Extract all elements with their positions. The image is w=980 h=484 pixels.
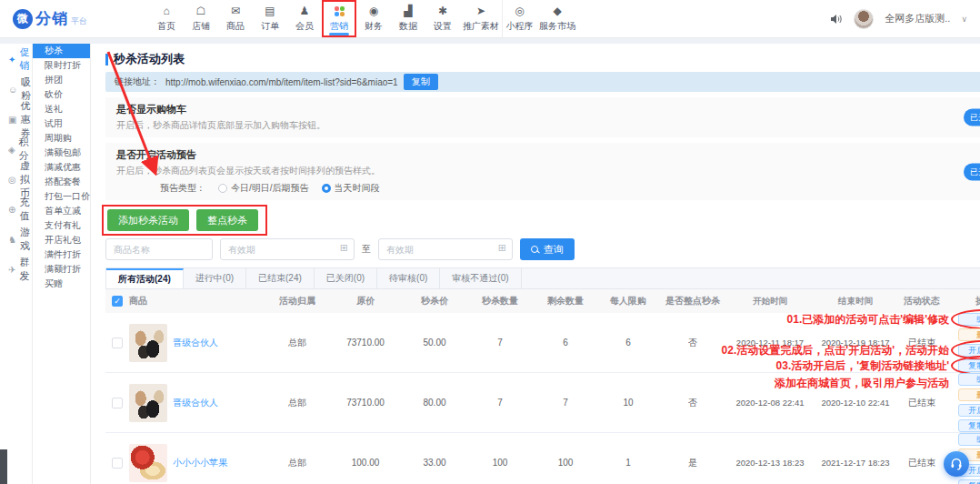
radio-circle-icon: [322, 184, 331, 193]
tab-all-activities[interactable]: 所有活动(24): [106, 268, 184, 288]
nav-item-data[interactable]: ▟ 数据: [391, 0, 425, 37]
promotion-icon: ✦: [8, 55, 15, 65]
sidebar-item-fans[interactable]: ☺吸粉: [0, 79, 32, 99]
search-button[interactable]: 查询: [520, 238, 575, 260]
nav-item-member[interactable]: ♟ 会员: [287, 0, 322, 37]
row-checkbox[interactable]: [112, 398, 123, 408]
edit-button[interactable]: 编辑: [958, 373, 980, 386]
sidebar-item-points[interactable]: ◈积分: [0, 139, 32, 159]
tab-review-failed[interactable]: 审核不通过(0): [440, 268, 521, 288]
marketing-grid-icon: [335, 5, 345, 17]
coupon-icon: ▣: [8, 115, 16, 125]
submenu-free-shipping[interactable]: 满额包邮: [33, 146, 90, 160]
submenu-bargain[interactable]: 砍价: [33, 87, 90, 102]
logo-badge: 微: [13, 9, 33, 29]
nav-item-service-market[interactable]: ◆ 服务市场: [536, 0, 578, 37]
add-seckill-button[interactable]: 添加秒杀活动: [107, 209, 189, 231]
product-name-link[interactable]: 晋级合伙人: [173, 397, 218, 409]
virtual-coin-icon: ◎: [8, 175, 16, 185]
app-logo: 微 分销 平台: [13, 8, 149, 29]
date-range-separator: 至: [362, 243, 371, 256]
cart-setting-desc: 开启后，秒杀商品详情页底部显示加入购物车按钮。: [116, 119, 980, 132]
submenu-full-discount[interactable]: 满减优惠: [33, 160, 90, 175]
submenu-amount-discount[interactable]: 满额打折: [33, 262, 90, 277]
nav-item-promo-material[interactable]: ➤ 推广素材: [460, 0, 502, 37]
product-name-input[interactable]: [105, 238, 213, 260]
copy-link-button[interactable]: 复制: [404, 74, 438, 90]
edit-button[interactable]: 编辑: [958, 313, 980, 326]
submenu-seckill[interactable]: 秒杀: [33, 44, 90, 58]
notice-toggle[interactable]: 已开启: [964, 163, 980, 180]
delete-button[interactable]: 删除: [958, 328, 980, 341]
submenu-cycle-buy[interactable]: 周期购: [33, 131, 90, 146]
logo-subtitle: 平台: [71, 15, 87, 27]
link-url: http://mob.wifenxiao.com/mb/item/item-li…: [165, 77, 398, 87]
nav-item-order[interactable]: ▤ 订单: [253, 0, 287, 37]
tab-ended[interactable]: 已结束(24): [246, 268, 315, 288]
row-checkbox[interactable]: [112, 458, 123, 469]
search-icon: [531, 246, 539, 254]
nav-item-store[interactable]: ☖ 店铺: [184, 0, 218, 37]
submenu-buy-gift[interactable]: 买赠: [33, 277, 90, 291]
speaker-icon[interactable]: [830, 14, 843, 25]
start-date-input[interactable]: [220, 238, 355, 260]
submenu-group-buy[interactable]: 拼团: [33, 73, 90, 87]
annotation-note-2: 02.活动设置完成后，点击'开启活动'，活动开始: [722, 343, 949, 358]
copy-link-button[interactable]: 复制链接: [958, 359, 980, 372]
annotation-note-3: 03.活动开启后，'复制活动链接地址'添加在商城首页，吸引用户参与活动: [775, 358, 949, 392]
status-badge: 已结束: [898, 457, 945, 469]
row-checkbox[interactable]: [112, 338, 123, 348]
nav-item-marketing-active[interactable]: 营销: [322, 0, 356, 37]
cart-toggle[interactable]: 已开启: [964, 109, 980, 126]
sidebar-item-game[interactable]: ♞游戏: [0, 229, 32, 249]
nav-item-home[interactable]: ⌂ 首页: [149, 0, 184, 37]
edit-button[interactable]: 编辑: [958, 433, 980, 446]
notice-setting-card: 是否开启活动预告 开启后，秒杀商品列表页会显示按天或者按时间排列的预告样式。 预…: [105, 143, 980, 200]
select-all-checkbox[interactable]: ✓: [112, 296, 123, 307]
hourly-seckill-button[interactable]: 整点秒杀: [196, 209, 258, 231]
copy-link-button[interactable]: 复制链接: [958, 419, 980, 432]
submenu-combo[interactable]: 搭配套餐: [33, 175, 90, 189]
tab-pending-review[interactable]: 待审核(0): [377, 268, 440, 288]
sidebar-item-coupon[interactable]: ▣优惠券: [0, 109, 32, 129]
end-date-input[interactable]: [378, 238, 513, 260]
nav-item-miniapp[interactable]: ◎ 小程序: [502, 0, 536, 37]
notice-setting-desc: 开启后，秒杀商品列表页会显示按天或者按时间排列的预告样式。: [116, 165, 980, 177]
tab-in-progress[interactable]: 进行中(0): [184, 268, 246, 288]
main-nav: ⌂ 首页 ☖ 店铺 ✉ 商品 ▤ 订单 ♟ 会员 营销: [149, 0, 578, 37]
submenu-pay-gift[interactable]: 支付有礼: [33, 218, 90, 233]
submenu-store-gift[interactable]: 开店礼包: [33, 233, 90, 247]
sidebar-item-mass-send[interactable]: ✈群发: [0, 259, 32, 279]
nav-item-finance[interactable]: ◉ 财务: [356, 0, 391, 37]
radio-circle-icon: [218, 184, 227, 193]
radio-today-tomorrow[interactable]: 今日/明日/后期预告: [218, 182, 309, 195]
delete-button[interactable]: 删除: [958, 388, 980, 401]
chevron-down-icon[interactable]: ∨: [961, 15, 967, 24]
product-name-link[interactable]: 小小小小苹果: [173, 457, 227, 469]
sidebar-item-recharge[interactable]: ⊕充值: [0, 199, 32, 219]
nav-item-settings[interactable]: ✱ 设置: [425, 0, 460, 37]
active-tab-underline: [329, 33, 349, 35]
user-name[interactable]: 全网多店版测..: [885, 12, 950, 25]
submenu-trial[interactable]: 试用: [33, 116, 90, 131]
user-avatar[interactable]: [854, 9, 874, 29]
radio-same-day[interactable]: 当天时间段: [322, 182, 380, 195]
topbar-right: 全网多店版测.. ∨: [830, 9, 967, 29]
submenu-bundle-price[interactable]: 打包一口价: [33, 189, 90, 204]
store-icon: ☖: [196, 5, 206, 17]
tab-closed[interactable]: 已关闭(0): [315, 268, 377, 288]
start-activity-button[interactable]: 开启活动: [958, 344, 980, 357]
submenu-limited-discount[interactable]: 限时打折: [33, 58, 90, 73]
submenu-first-order[interactable]: 首单立减: [33, 204, 90, 218]
customer-service-button[interactable]: [944, 451, 969, 477]
table-row: 晋级合伙人 总部 73710.00 50.00 7 6 6 否 2020-12-…: [105, 313, 980, 373]
copy-link-button[interactable]: 复制链接: [958, 479, 980, 484]
product-name-link[interactable]: 晋级合伙人: [173, 337, 218, 349]
sidebar-item-virtual-coin[interactable]: ◎虚拟币: [0, 169, 32, 189]
filter-row: ⊞ 至 ⊞ 查询: [105, 238, 980, 260]
sidebar-item-promotion[interactable]: ✦促销: [0, 49, 32, 69]
nav-item-product[interactable]: ✉ 商品: [218, 0, 253, 37]
submenu-gift[interactable]: 送礼: [33, 102, 90, 116]
start-activity-button[interactable]: 开启活动: [958, 404, 980, 417]
submenu-qty-discount[interactable]: 满件打折: [33, 247, 90, 262]
